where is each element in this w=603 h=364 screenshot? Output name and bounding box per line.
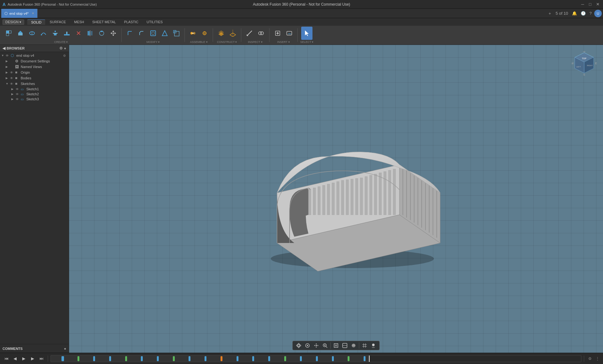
timeline-marker-7[interactable] — [157, 356, 159, 361]
delete-button[interactable]: ✕ — [73, 27, 84, 40]
timeline-last-button[interactable]: ⏭ — [38, 355, 45, 362]
tree-item-root[interactable]: ▼ 👁 ⬡ end stop v4 ⚙ — [0, 53, 69, 58]
timeline-marker-18[interactable] — [332, 356, 334, 361]
timeline-marker-11[interactable] — [221, 356, 222, 361]
timeline-play-button[interactable]: ▶ — [20, 355, 28, 362]
minimize-button[interactable]: ─ — [580, 2, 585, 7]
tree-arrow-bodies[interactable]: ▶ — [6, 76, 9, 80]
timeline-marker-2[interactable] — [77, 356, 79, 361]
timeline-marker-8[interactable] — [173, 356, 175, 361]
grid-button[interactable] — [360, 342, 369, 349]
zoom-button[interactable] — [321, 342, 329, 349]
look-at-button[interactable] — [303, 342, 312, 349]
rib-button[interactable] — [61, 27, 72, 40]
browser-dots-icon[interactable]: ● — [64, 46, 66, 50]
insert-derive-button[interactable] — [272, 27, 283, 40]
tree-item-doc-settings[interactable]: ▶ 👁 ⚙ Document Settings — [0, 58, 69, 64]
tree-gear-root[interactable]: ⚙ — [63, 54, 67, 57]
tree-eye-root[interactable]: 👁 — [6, 54, 10, 57]
timeline-next-button[interactable]: ▶ — [29, 355, 36, 362]
tree-arrow-named-views[interactable]: ▶ — [6, 65, 9, 68]
timeline-marker-15[interactable] — [284, 356, 286, 361]
tree-arrow-doc[interactable]: ▶ — [6, 60, 9, 63]
tree-arrow-sketches[interactable]: ▼ — [6, 82, 9, 85]
timeline-settings-icon[interactable]: ⚙ — [587, 356, 593, 362]
timeline-marker-17[interactable] — [316, 356, 318, 361]
tab-sheet-metal[interactable]: SHEET METAL — [88, 19, 120, 24]
tree-item-sketch2[interactable]: ▶ 👁 ▭ Sketch2 — [0, 92, 69, 97]
tree-arrow-sketch2[interactable]: ▶ — [11, 92, 15, 96]
browser-settings-icon[interactable]: ⚙ — [59, 46, 63, 50]
tree-item-bodies[interactable]: ▶ 👁 ■ Bodies — [0, 75, 69, 81]
midplane-button[interactable] — [227, 27, 238, 40]
sweep-button[interactable] — [38, 27, 49, 40]
tab-close-button[interactable]: ✕ — [32, 12, 34, 15]
extrude-button[interactable] — [15, 27, 26, 40]
tree-arrow-sketch1[interactable]: ▶ — [11, 87, 15, 91]
viewcube[interactable]: S N W E TOP RIGHT LEFT — [572, 51, 597, 76]
shell-button[interactable] — [147, 27, 159, 40]
timeline-end-button[interactable]: ⋮ — [594, 355, 600, 362]
orbit-button[interactable] — [295, 342, 303, 349]
tab-plastic[interactable]: PLASTIC — [120, 19, 142, 24]
measure-button[interactable] — [244, 27, 255, 40]
select-button[interactable] — [301, 27, 312, 40]
tree-item-named-views[interactable]: ▶ 👁 🖼 Named Views — [0, 64, 69, 70]
notifications-icon[interactable]: 🔔 — [571, 10, 578, 16]
active-tab[interactable]: ⬡ end stop v4* ✕ — [1, 9, 38, 18]
close-button[interactable]: ✕ — [595, 2, 600, 7]
fit-all-button[interactable] — [332, 342, 340, 349]
mirror-button[interactable] — [84, 27, 96, 40]
interference-button[interactable] — [255, 27, 267, 40]
comments-expand-icon[interactable]: ● — [64, 346, 66, 351]
maximize-button[interactable]: □ — [587, 2, 593, 7]
help-icon[interactable]: ? — [588, 10, 593, 16]
design-dropdown-button[interactable]: DESIGN ▾ — [3, 19, 24, 25]
new-tab-button[interactable]: ＋ — [547, 10, 553, 17]
new-component-button[interactable] — [3, 27, 14, 40]
timeline-marker-10[interactable] — [205, 356, 206, 361]
tree-arrow-sketch3[interactable]: ▶ — [11, 98, 15, 101]
tree-eye-sketch1[interactable]: 👁 — [16, 87, 20, 91]
tree-eye-sketch3[interactable]: 👁 — [16, 98, 20, 101]
timeline-marker-4[interactable] — [109, 356, 111, 361]
scale-button[interactable] — [171, 27, 182, 40]
tab-mesh[interactable]: MESH — [70, 19, 88, 24]
timeline-prev-button[interactable]: ◀ — [11, 355, 19, 362]
tree-eye-sketches[interactable]: 👁 — [10, 82, 14, 86]
circular-pattern-button[interactable] — [96, 27, 107, 40]
tree-item-origin[interactable]: ▶ 👁 ■ Origin — [0, 70, 69, 75]
pan-button[interactable] — [312, 342, 320, 349]
timeline-marker-13[interactable] — [252, 356, 254, 361]
timeline-marker-19[interactable] — [348, 356, 350, 361]
tab-surface[interactable]: SURFACE — [46, 19, 70, 24]
timeline-marker-6[interactable] — [141, 356, 143, 361]
viewport[interactable]: S N W E TOP RIGHT LEFT — [69, 45, 603, 353]
timeline-first-button[interactable]: ⏮ — [3, 355, 10, 362]
timeline-track[interactable] — [51, 355, 581, 362]
joint-origin-button[interactable] — [199, 27, 210, 40]
shadows-button[interactable] — [369, 342, 377, 349]
timeline-marker-9[interactable] — [189, 356, 190, 361]
draft-button[interactable] — [159, 27, 170, 40]
timeline-marker-16[interactable] — [300, 356, 302, 361]
timeline-marker-14[interactable] — [268, 356, 270, 361]
browser-collapse-icon[interactable]: ◀ — [3, 46, 5, 50]
tree-eye-bodies[interactable]: 👁 — [10, 76, 14, 80]
fillet-button[interactable] — [124, 27, 136, 40]
move-button[interactable] — [108, 27, 119, 40]
timeline-marker-3[interactable] — [93, 356, 95, 361]
revolve-button[interactable] — [26, 27, 38, 40]
joint-button[interactable] — [187, 27, 199, 40]
timeline-marker-20[interactable] — [364, 356, 366, 361]
timeline-marker-1[interactable] — [61, 356, 64, 361]
timeline-marker-5[interactable] — [125, 356, 127, 361]
tab-solid[interactable]: SOLID — [27, 19, 45, 25]
visual-style-button[interactable] — [350, 342, 358, 349]
clock-icon[interactable]: 🕐 — [579, 10, 587, 16]
timeline-marker-12[interactable] — [237, 356, 238, 361]
loft-button[interactable] — [50, 27, 61, 40]
tree-item-sketch3[interactable]: ▶ 👁 ▭ Sketch3 — [0, 97, 69, 102]
user-avatar[interactable]: U — [594, 10, 602, 17]
offset-plane-button[interactable] — [216, 27, 227, 40]
